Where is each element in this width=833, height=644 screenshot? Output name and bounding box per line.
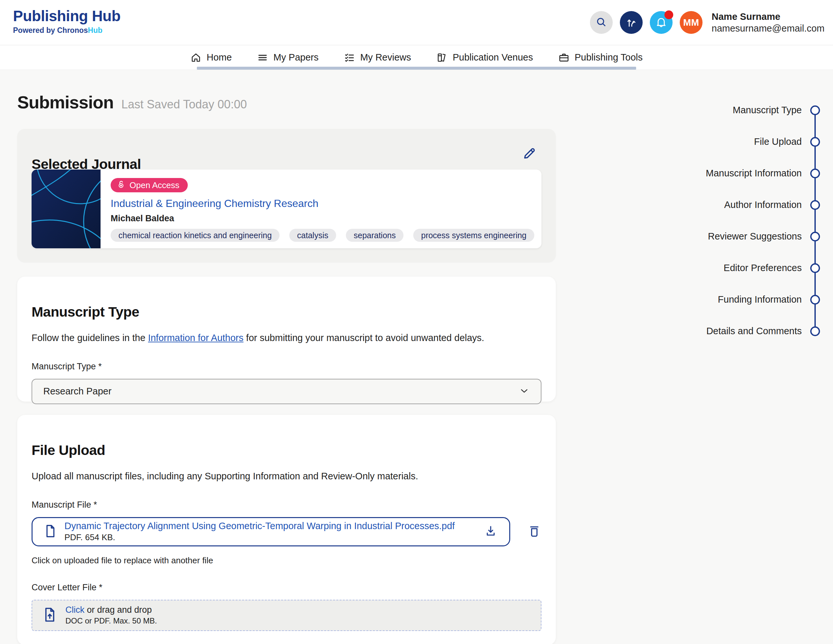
submission-page: Submission Last Saved Today 00:00 Manusc… <box>0 70 833 644</box>
route-icon <box>625 16 637 29</box>
dropzone-text: Click or drag and drop DOC or PDF. Max. … <box>65 605 157 625</box>
step-circle <box>810 200 820 210</box>
page-title: Submission <box>17 92 114 112</box>
nav-item-publishing-tools[interactable]: Publishing Tools <box>558 52 643 63</box>
manuscript-file-meta: PDF. 654 KB. <box>64 532 484 543</box>
open-access-badge: Open Access <box>111 178 188 192</box>
user-menu[interactable]: Name Surname namesurname@email.com <box>712 11 825 34</box>
publishing-hub-app: Publishing Hub Powered by ChronosHub MM <box>0 0 833 644</box>
nav-item-my-papers[interactable]: My Papers <box>257 52 318 63</box>
nav-scroll-indicator[interactable] <box>197 67 636 70</box>
uploaded-manuscript-file[interactable]: Dynamic Trajectory Alignment Using Geome… <box>32 517 510 546</box>
file-upload-icon <box>41 606 58 625</box>
download-file-button[interactable] <box>484 524 497 539</box>
journal-summary: Open Access Industrial & Engineering Che… <box>32 169 542 248</box>
step-circle <box>810 137 820 147</box>
information-for-authors-link[interactable]: Information for Authors <box>148 333 243 343</box>
step-file-upload[interactable]: File Upload <box>680 126 820 158</box>
manuscript-type-selected-value: Research Paper <box>43 386 112 397</box>
pencil-icon <box>522 157 537 162</box>
step-circle <box>810 105 820 115</box>
file-upload-heading: File Upload <box>32 442 542 458</box>
chevron-down-icon <box>519 385 530 398</box>
manuscript-type-select[interactable]: Research Paper <box>32 379 542 404</box>
app-logo[interactable]: Publishing Hub Powered by ChronosHub <box>13 7 121 35</box>
manuscript-type-field-label: Manuscript Type * <box>32 362 542 372</box>
search-button[interactable] <box>590 11 613 34</box>
submission-stepper: Manuscript Type File Upload Manuscript I… <box>680 94 820 347</box>
logo-title: Publishing Hub <box>13 7 121 25</box>
list-icon <box>257 52 268 63</box>
step-details-and-comments[interactable]: Details and Comments <box>680 316 820 347</box>
topic-tag: catalysis <box>289 229 336 242</box>
journal-title-link[interactable]: Industrial & Engineering Chemistry Resea… <box>111 198 542 209</box>
step-manuscript-information[interactable]: Manuscript Information <box>680 158 820 189</box>
file-upload-card: File Upload Upload all manuscript files,… <box>17 415 556 644</box>
manuscript-type-card: Manuscript Type Follow the guidelines in… <box>17 277 556 402</box>
app-header: Publishing Hub Powered by ChronosHub MM <box>0 0 833 45</box>
delete-file-button[interactable] <box>527 524 542 539</box>
download-icon <box>484 524 497 539</box>
open-lock-icon <box>116 180 125 191</box>
document-icon <box>43 523 58 540</box>
step-circle <box>810 295 820 304</box>
step-circle <box>810 327 820 336</box>
manuscript-file-label: Manuscript File * <box>32 500 542 510</box>
logo-subtitle: Powered by ChronosHub <box>13 26 121 35</box>
step-reviewer-suggestions[interactable]: Reviewer Suggestions <box>680 221 820 252</box>
cover-letter-label: Cover Letter File * <box>32 583 542 592</box>
dropzone-meta: DOC or PDF. Max. 50 MB. <box>65 616 157 625</box>
notification-badge <box>664 10 673 19</box>
last-saved-status: Last Saved Today 00:00 <box>121 98 247 111</box>
topic-tag: process systems engineering <box>413 229 534 242</box>
briefcase-icon <box>558 52 569 63</box>
topic-tag: chemical reaction kinetics and engineeri… <box>111 229 280 242</box>
user-email: namesurname@email.com <box>712 23 825 34</box>
step-manuscript-type[interactable]: Manuscript Type <box>680 94 820 126</box>
manuscript-file-line: Dynamic Trajectory Alignment Using Geome… <box>32 517 542 546</box>
file-upload-description: Upload all manuscript files, including a… <box>32 470 542 483</box>
submission-journey-button[interactable] <box>620 11 643 34</box>
selected-journal-card: Selected Journal <box>17 129 556 262</box>
manuscript-type-description: Follow the guidelines in the Information… <box>32 331 542 345</box>
avatar[interactable]: MM <box>680 11 703 34</box>
checklist-icon <box>344 52 355 63</box>
user-name: Name Surname <box>712 11 825 22</box>
step-circle <box>810 263 820 273</box>
file-text: Dynamic Trajectory Alignment Using Geome… <box>64 521 484 543</box>
header-actions: MM Name Surname namesurname@email.com <box>590 0 825 45</box>
home-icon <box>190 52 201 63</box>
journal-topic-tags: chemical reaction kinetics and engineeri… <box>111 229 542 242</box>
topic-tag: separations <box>346 229 404 242</box>
step-circle <box>810 169 820 178</box>
replace-file-hint: Click on uploaded file to replace with a… <box>32 555 542 565</box>
step-circle <box>810 232 820 242</box>
books-icon <box>436 52 447 63</box>
step-editor-preferences[interactable]: Editor Preferences <box>680 252 820 284</box>
search-icon <box>595 16 607 29</box>
nav-item-home[interactable]: Home <box>190 52 232 63</box>
manuscript-type-heading: Manuscript Type <box>32 304 542 320</box>
journal-details: Open Access Industrial & Engineering Che… <box>111 169 542 248</box>
step-funding-information[interactable]: Funding Information <box>680 284 820 316</box>
main-nav: Home My Papers My Reviews Publication Ve… <box>0 45 833 70</box>
nav-item-my-reviews[interactable]: My Reviews <box>344 52 411 63</box>
manuscript-file-name-link[interactable]: Dynamic Trajectory Alignment Using Geome… <box>64 521 484 531</box>
nav-item-publication-venues[interactable]: Publication Venues <box>436 52 533 63</box>
step-author-information[interactable]: Author Information <box>680 189 820 221</box>
edit-journal-button[interactable] <box>522 146 537 162</box>
cover-letter-dropzone[interactable]: Click or drag and drop DOC or PDF. Max. … <box>32 600 542 631</box>
notifications-button[interactable] <box>650 11 672 34</box>
dropzone-click-link[interactable]: Click <box>65 605 85 615</box>
trash-icon <box>527 524 542 539</box>
journal-cover-image <box>32 169 101 248</box>
page-title-row: Submission Last Saved Today 00:00 <box>17 92 247 112</box>
journal-editor: Michael Baldea <box>111 214 542 224</box>
